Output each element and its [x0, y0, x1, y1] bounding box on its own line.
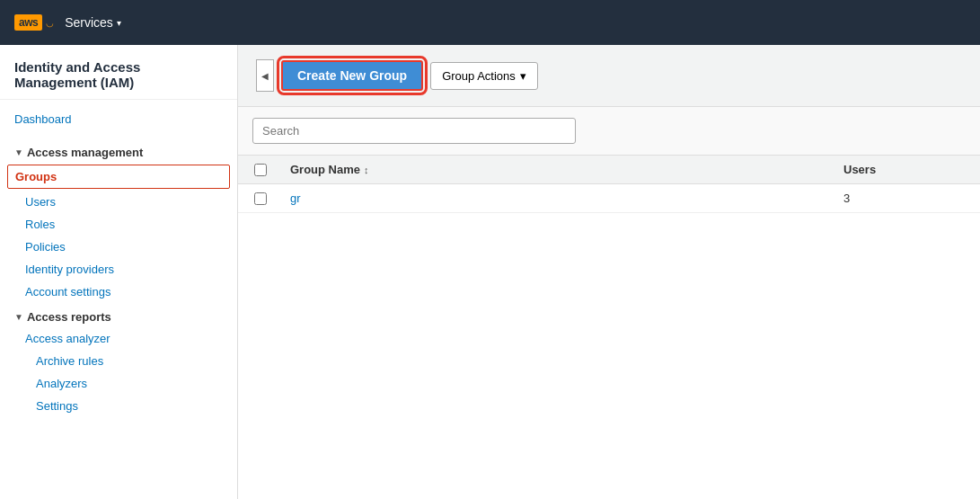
sidebar-item-identity-providers[interactable]: Identity providers: [0, 258, 237, 281]
services-chevron-icon: ▾: [117, 18, 121, 28]
group-name-header-label: Group Name: [290, 163, 360, 176]
sidebar-item-analyzers[interactable]: Analyzers: [0, 372, 237, 395]
access-reports-section: ▼ Access reports Access analyzer Archive…: [0, 303, 237, 417]
access-management-label: Access management: [27, 146, 143, 159]
sidebar-section-dashboard: Dashboard: [0, 100, 237, 138]
create-new-group-button[interactable]: Create New Group: [281, 60, 423, 91]
header-group-name[interactable]: Group Name ↕: [283, 163, 836, 176]
services-label: Services: [65, 15, 113, 30]
search-bar: [238, 107, 980, 156]
toolbar: ◀ Create New Group Group Actions ▾: [238, 45, 980, 107]
groups-table-area: Group Name ↕ Users gr 3: [238, 107, 980, 499]
sidebar-header-access-reports[interactable]: ▼ Access reports: [0, 303, 237, 327]
sidebar-item-account-settings[interactable]: Account settings: [0, 281, 237, 303]
header-users: Users: [836, 163, 980, 176]
sidebar-item-dashboard[interactable]: Dashboard: [0, 107, 237, 131]
search-input[interactable]: [252, 118, 576, 144]
group-actions-button[interactable]: Group Actions ▾: [430, 62, 538, 90]
sidebar-title: Identity and Access Management (IAM): [0, 45, 237, 100]
select-all-checkbox[interactable]: [254, 164, 267, 176]
group-actions-label: Group Actions: [442, 69, 516, 83]
header-checkbox-cell: [238, 163, 283, 176]
aws-logo-smile: ◡: [46, 18, 54, 28]
table-row: gr 3: [238, 184, 980, 213]
access-reports-arrow: ▼: [14, 312, 23, 322]
sidebar-header-access-management[interactable]: ▼ Access management: [0, 138, 237, 163]
row-users: 3: [836, 192, 980, 205]
sidebar-item-policies[interactable]: Policies: [0, 236, 237, 258]
sort-icon: ↕: [364, 165, 369, 175]
sidebar-item-users[interactable]: Users: [0, 191, 237, 213]
aws-logo: aws ◡: [14, 14, 54, 31]
sidebar-item-roles[interactable]: Roles: [0, 213, 237, 236]
main-content: ◀ Create New Group Group Actions ▾ Group…: [238, 45, 980, 499]
collapse-sidebar-button[interactable]: ◀: [256, 59, 274, 92]
sidebar: Identity and Access Management (IAM) Das…: [0, 45, 238, 499]
sidebar-item-groups[interactable]: Groups: [7, 165, 230, 189]
access-management-arrow: ▼: [14, 147, 23, 157]
group-actions-chevron-icon: ▾: [520, 69, 526, 83]
services-button[interactable]: Services ▾: [65, 15, 121, 30]
sidebar-item-settings[interactable]: Settings: [0, 395, 237, 417]
top-navigation: aws ◡ Services ▾: [0, 0, 980, 45]
row-checkbox-cell: [238, 192, 283, 205]
table-header: Group Name ↕ Users: [238, 156, 980, 184]
sidebar-item-archive-rules[interactable]: Archive rules: [0, 350, 237, 372]
row-group-name[interactable]: gr: [283, 192, 836, 205]
main-layout: Identity and Access Management (IAM) Das…: [0, 45, 980, 499]
access-management-section: ▼ Access management Groups Users Roles P…: [0, 138, 237, 303]
aws-logo-text: aws: [14, 14, 42, 31]
access-reports-label: Access reports: [27, 310, 111, 324]
row-checkbox[interactable]: [254, 192, 267, 205]
sidebar-item-access-analyzer[interactable]: Access analyzer: [0, 327, 237, 350]
